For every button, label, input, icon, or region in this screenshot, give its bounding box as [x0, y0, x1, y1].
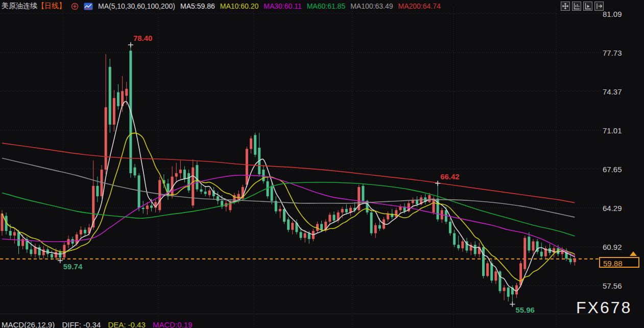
ma100-value: MA100:63.49 [350, 2, 393, 10]
macd-params-label: MACD(26,12,9) [2, 320, 55, 328]
annotation-78.40: 78.40 [128, 34, 153, 48]
macd-value: MACD:0.19 [153, 320, 193, 328]
axis-price-label: 81.09 [603, 10, 622, 18]
annotation-66.42: 66.42 [435, 172, 460, 186]
ma60-value: MA60:61.85 [307, 2, 346, 10]
v-gridlines [63, 7, 556, 327]
axis-chart-icon[interactable] [572, 2, 581, 11]
symbol-label: 美原油连续 [2, 2, 37, 10]
pane-divider [0, 314, 598, 314]
ma10-value: MA10:60.20 [220, 2, 259, 10]
macd-status-row: MACD(26,12,9) DIFF: -0.34 DEA: -0.43 MAC… [2, 320, 197, 328]
chart-toolbar [561, 2, 604, 11]
ma-line-MA5 [2, 102, 575, 291]
ma5-value: MA5:59.86 [180, 2, 215, 10]
period-label[interactable]: 【日线】 [37, 2, 66, 10]
axis-price-label: 74.37 [603, 87, 622, 96]
axis-price-label: 67.65 [603, 165, 622, 174]
axis-price-label: 60.92 [603, 243, 622, 251]
watermark: FX678 [576, 298, 632, 317]
ma200-value: MA200:64.74 [398, 2, 440, 10]
h-gridlines [0, 14, 602, 286]
candles-layer [1, 45, 576, 304]
axis-price-label: 77.73 [603, 49, 622, 57]
mini-chart-icon[interactable] [84, 3, 93, 10]
ma-params-label: MA(5,10,30,60,100,200) [98, 2, 175, 10]
trading-chart-window: 78.4059.7466.4255.96 美原油连续【日线】 MA(5,10,3… [0, 0, 644, 328]
current-price-badge: 59.88 [599, 257, 639, 268]
axis-price-label: 71.01 [603, 126, 622, 135]
axis-price-label: 57.56 [603, 282, 622, 290]
ma-line-MA200 [2, 143, 575, 203]
ma30-value: MA30:60.11 [264, 2, 301, 10]
ma-line-MA30 [2, 175, 575, 256]
chart-canvas[interactable]: 78.4059.7466.4255.96 [0, 0, 644, 328]
svg-text:78.40: 78.40 [133, 34, 153, 42]
annotation-59.74: 59.74 [58, 258, 83, 271]
pan-tool-icon[interactable] [561, 2, 570, 11]
price-up-arrow-icon [630, 251, 637, 256]
diff-value: DIFF: -0.34 [62, 320, 101, 328]
svg-text:66.42: 66.42 [440, 172, 460, 181]
annotation-55.96: 55.96 [510, 301, 535, 314]
chart-header: 美原油连续【日线】 MA(5,10,30,60,100,200) MA5:59.… [0, 0, 558, 12]
svg-text:59.74: 59.74 [63, 262, 83, 271]
add-indicator-icon[interactable] [71, 3, 79, 10]
axis-play-icon[interactable] [583, 2, 592, 11]
svg-text:55.96: 55.96 [515, 306, 535, 314]
dea-value: DEA: -0.43 [108, 320, 145, 328]
axis-price-label: 64.29 [603, 204, 622, 213]
